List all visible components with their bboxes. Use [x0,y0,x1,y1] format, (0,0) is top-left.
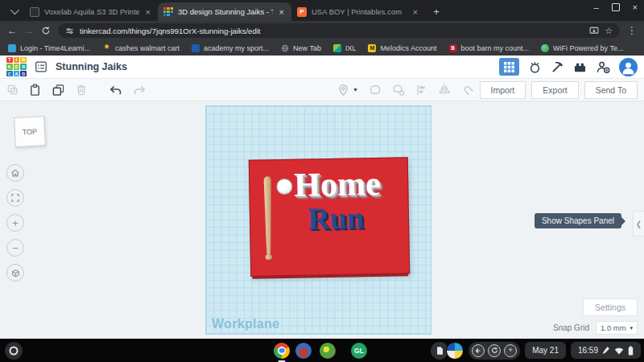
chrome-app-icon[interactable] [274,343,290,359]
bookmark-new-tab[interactable]: New Tab [281,44,321,52]
tab-close-icon[interactable]: × [411,7,419,17]
tinkercad-header: TIN KER CAD Stunning Jaiks [0,56,644,79]
baseball-shape[interactable] [276,179,292,195]
paint-app-icon[interactable] [446,342,464,360]
view-cube[interactable]: TOP [14,116,46,147]
bookmark-star-icon[interactable]: ☆ [605,26,613,36]
undo-icon[interactable] [109,84,122,96]
workplane-dropdown-caret[interactable]: ▾ [354,86,357,93]
import-button[interactable]: Import [480,81,526,99]
design-title[interactable]: Stunning Jaiks [56,61,127,72]
browser-toolbar: ← → tinkercad.com/things/7jqns991OrX-stu… [0,21,644,40]
snap-grid-select[interactable]: 1.0 mm ▾ [596,321,638,335]
editor-canvas[interactable]: Workplane Home Run TOP [0,101,644,339]
window-close-button[interactable]: × [633,2,638,12]
maximize-button[interactable] [612,3,620,11]
tab-title: USA BOY | Printables.com [312,7,407,16]
shapes-panel-expand-button[interactable]: ‹ [633,211,644,237]
perspective-toggle-button[interactable] [6,264,24,282]
blocks-view-button[interactable] [499,58,519,76]
url-text[interactable]: tinkercad.com/things/7jqns991OrX-stunnin… [80,27,584,35]
delete-icon [76,84,87,96]
bookmark-melodics[interactable]: M Melodics Account [368,44,436,52]
caret-down-icon: ▾ [630,325,633,331]
export-button[interactable]: Export [531,81,578,99]
tinkercad-favicon [163,7,173,17]
bookmark-ixl[interactable]: IXL [333,44,357,52]
browser-menu-icon[interactable]: ⋮ [627,25,637,36]
settings-button[interactable]: Settings [583,298,638,316]
shelf-status-area: + May 21 16:59 [431,339,641,362]
gl-app-icon[interactable]: GL [351,343,367,359]
toolbar-right: ▾ [337,81,638,99]
bootbarn-icon: B [449,44,457,52]
globe-icon [281,44,289,52]
battery-icon [628,346,634,356]
bookmark-label: New Tab [293,44,321,52]
tab-title: 3D design Stunning Jaiks - Tin... [178,7,273,16]
bookmark-academy[interactable]: academy my sport... [192,44,269,52]
date-pill[interactable]: May 21 [525,342,566,359]
chevron-left-icon: ‹ [637,214,641,233]
bookmark-label: cashes walmart cart [115,44,180,52]
user-avatar[interactable] [619,58,638,76]
bookmark-wifi[interactable]: WiFi Powered by Te... [541,44,623,52]
bookmark-label: academy my sport... [204,44,269,52]
design-text-home[interactable]: Home [294,167,381,202]
paste-icon[interactable] [29,84,41,97]
align-icon [415,84,427,96]
zoom-in-button[interactable]: + [6,214,24,232]
shelf-back-button[interactable] [472,344,485,357]
new-tab-button[interactable]: + [428,3,444,19]
status-tray[interactable]: 16:59 [571,342,641,359]
show-shapes-panel-tooltip: Show Shapes Panel [535,213,621,228]
home-view-button[interactable] [6,164,24,182]
mirror-icon [438,84,451,96]
design-home-run-sign[interactable]: Home Run [249,157,411,276]
reload-button[interactable] [41,26,51,35]
wifi-icon [614,347,624,355]
browser-tab-voxelab[interactable]: Voxelab Aquila S3 3D Printer ... × [24,2,158,21]
shelf-rotate-button[interactable] [488,344,501,357]
minimize-button[interactable]: – [593,2,598,12]
workplane-label: Workplane [212,317,279,331]
browser-tab-printables[interactable]: P USA BOY | Printables.com × [291,2,425,21]
baseball-bat-shape[interactable] [260,170,276,268]
site-settings-icon[interactable] [65,27,74,35]
duplicate-icon[interactable] [52,84,65,97]
bookmark-label: Melodics Account [380,44,436,52]
bookmark-bootbarn[interactable]: B boot barn my count... [449,44,530,52]
zoom-out-button[interactable]: − [6,239,24,257]
bookmark-label: Login - Time4Learni... [20,44,90,52]
install-app-icon[interactable] [589,27,599,35]
address-bar[interactable]: tinkercad.com/things/7jqns991OrX-stunnin… [58,23,620,38]
ungroup-icon [392,84,405,96]
chevron-down-icon [10,6,19,14]
tab-search-button[interactable] [5,3,23,19]
header-right-actions [499,58,638,76]
game-app-icon-1[interactable] [295,343,312,359]
tinkercad-logo[interactable]: TIN KER CAD [6,57,27,77]
design-text-run[interactable]: Run [308,202,364,233]
shelf-plus-button[interactable]: + [504,344,517,357]
fit-view-button[interactable] [6,189,24,207]
lego-brick-icon[interactable] [573,61,587,73]
workplane-pin-icon[interactable] [337,84,349,97]
chromeos-shelf: GL + [0,339,644,362]
browser-tab-tinkercad-active[interactable]: 3D design Stunning Jaiks - Tin... × [158,2,291,21]
tab-close-icon[interactable]: × [144,7,152,17]
walmart-spark-icon: * [102,44,111,52]
time-label: 16:59 [578,346,598,355]
game-app-icon-2[interactable] [320,343,336,359]
tab-close-icon[interactable]: × [278,7,286,17]
minecraft-pickaxe-icon[interactable] [551,60,564,74]
design-properties-button[interactable] [35,60,47,73]
collaborate-person-add-icon[interactable] [596,60,610,74]
send-to-button[interactable]: Send To [584,81,638,99]
launcher-button[interactable] [5,342,23,360]
bookmark-walmart[interactable]: * cashes walmart cart [102,44,180,52]
bookmark-time4learning[interactable]: Login - Time4Learni... [8,44,90,52]
sim-lab-icon[interactable] [528,60,542,74]
back-button[interactable]: ← [7,26,17,35]
bookmark-label: WiFi Powered by Te... [553,44,623,52]
